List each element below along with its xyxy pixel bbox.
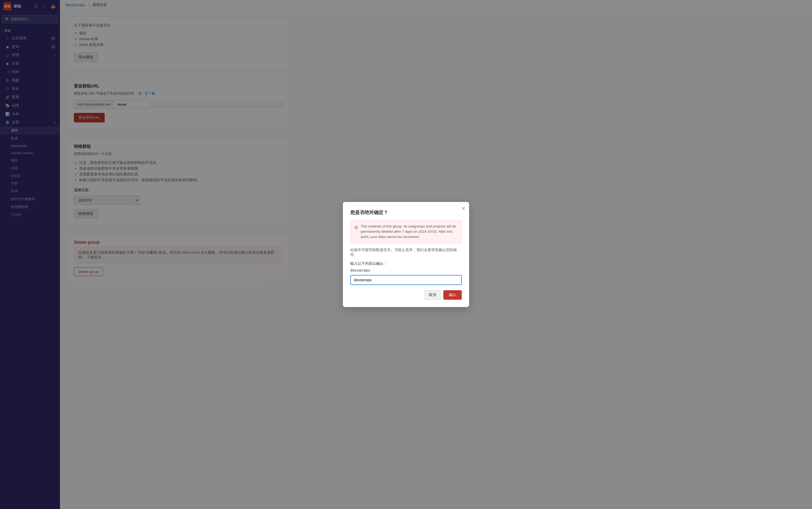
dialog-caution-text: 此操作可能导致数据丢失。为防止意外，我们会要求您确认您的操作。: [350, 248, 462, 257]
confirm-dialog: ✕ 您是否绝对确定？ ⊘ The contents of this group,…: [343, 202, 469, 307]
dialog-confirm-value: devsecops: [350, 268, 462, 272]
dialog-cancel-button[interactable]: 取消: [425, 290, 441, 300]
dialog-confirm-button[interactable]: 确认: [443, 290, 462, 300]
dialog-close-button[interactable]: ✕: [462, 206, 465, 211]
dialog-overlay[interactable]: ✕ 您是否绝对确定？ ⊘ The contents of this group,…: [0, 0, 812, 509]
dialog-title: 您是否绝对确定？: [350, 209, 462, 216]
dialog-footer: 取消 确认: [350, 290, 462, 300]
dialog-warning: ⊘ The contents of this group, its subgro…: [350, 220, 462, 244]
warning-icon: ⊘: [354, 224, 358, 231]
dialog-confirm-label: 输入以下内容以确认：: [350, 261, 462, 266]
dialog-confirm-input[interactable]: [350, 275, 462, 285]
